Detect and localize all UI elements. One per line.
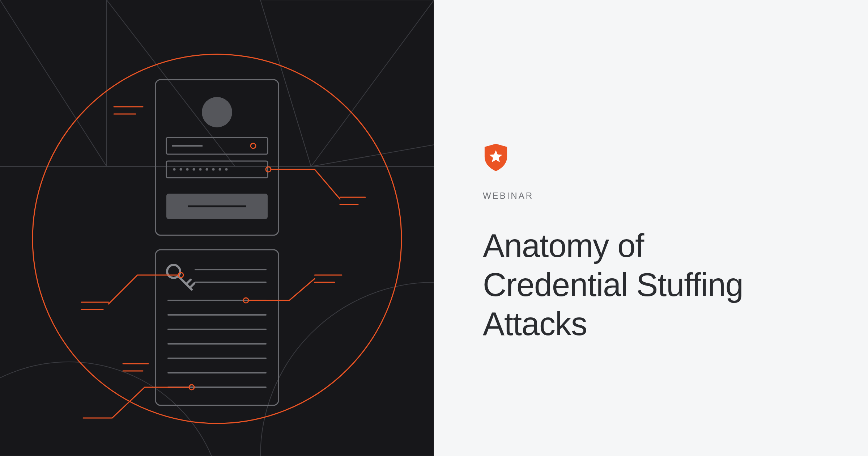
- illustration-svg: [0, 0, 434, 456]
- text-panel: WEBINAR Anatomy of Credential Stuffing A…: [434, 0, 868, 456]
- title: Anatomy of Credential Stuffing Attacks: [483, 226, 743, 343]
- svg-line-24: [190, 283, 194, 288]
- svg-point-11: [180, 168, 182, 171]
- promo-card: WEBINAR Anatomy of Credential Stuffing A…: [0, 0, 868, 456]
- connectors: [81, 107, 365, 418]
- svg-point-37: [266, 167, 271, 172]
- eyebrow-label: WEBINAR: [483, 191, 743, 201]
- svg-line-23: [186, 280, 191, 284]
- data-card: [156, 250, 278, 405]
- svg-point-14: [199, 168, 202, 171]
- auth0-shield-icon: [483, 143, 509, 172]
- login-card: [156, 80, 278, 235]
- svg-point-12: [186, 168, 189, 171]
- svg-point-17: [219, 168, 221, 171]
- title-line-3: Attacks: [483, 306, 587, 342]
- svg-point-13: [193, 168, 195, 171]
- svg-point-18: [225, 168, 228, 171]
- illustration-panel: [0, 0, 434, 456]
- avatar-circle: [202, 97, 232, 127]
- svg-point-15: [206, 168, 208, 171]
- svg-point-10: [173, 168, 176, 171]
- title-line-1: Anatomy of: [483, 228, 644, 264]
- svg-rect-20: [156, 250, 278, 405]
- svg-line-4: [311, 0, 434, 166]
- title-line-2: Credential Stuffing: [483, 267, 743, 303]
- svg-point-16: [212, 168, 215, 171]
- svg-point-6: [0, 362, 224, 456]
- svg-line-3: [107, 0, 235, 166]
- svg-point-34: [251, 143, 256, 148]
- svg-line-2: [0, 0, 107, 166]
